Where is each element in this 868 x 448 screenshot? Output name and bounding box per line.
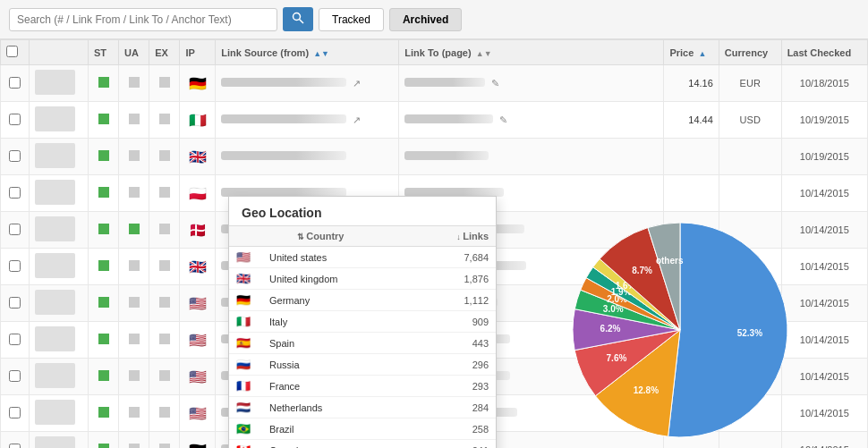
th-ex[interactable]: EX: [149, 40, 180, 65]
geo-row: 🇳🇱 Netherlands 284: [229, 397, 496, 418]
flag-icon: 🇵🇱: [189, 186, 207, 201]
row-ip-cell: 🇺🇸: [180, 359, 216, 395]
pie-chart-container: 52.3%12.8%7.6%6.2%3.0%2.0%1.9%1.6%8.7%ot…: [555, 205, 823, 448]
flag-icon: 🇺🇸: [189, 406, 207, 421]
geo-row: 🇧🇷 Brazil 258: [229, 418, 496, 440]
row-st-cell: [88, 212, 118, 249]
flag-icon: 🇺🇸: [189, 296, 207, 311]
row-checkbox[interactable]: [9, 334, 21, 345]
row-checkbox-cell: [1, 285, 30, 322]
row-checkbox[interactable]: [9, 150, 21, 162]
row-ua-cell: [119, 102, 149, 139]
row-checkbox[interactable]: [9, 77, 21, 89]
th-ip[interactable]: IP: [180, 40, 216, 65]
row-img-cell: [29, 175, 88, 212]
row-checkbox[interactable]: [9, 370, 21, 382]
row-last-checked-cell: 10/19/2015: [781, 139, 867, 175]
price-value: 14.16: [688, 78, 713, 89]
row-ex-cell: [149, 432, 180, 449]
row-to-cell: ✎: [399, 65, 664, 102]
date-value: 10/14/2015: [800, 188, 849, 199]
row-price-cell: 14.44: [664, 102, 719, 139]
geo-flag-icon: 🇫🇷: [236, 379, 251, 393]
geo-flag-icon: 🇪🇸: [236, 336, 251, 350]
row-ua-cell: [119, 285, 149, 322]
th-link-source[interactable]: Link Source (from) ▲▼: [216, 40, 399, 65]
svg-line-1: [300, 20, 304, 24]
geo-country-cell: Canada: [262, 440, 412, 449]
geo-country-cell: Brazil: [262, 418, 412, 440]
row-st-cell: [88, 102, 118, 139]
row-checkbox[interactable]: [9, 260, 21, 272]
external-link-icon[interactable]: ↗: [353, 114, 361, 125]
geo-country-cell: United states: [262, 247, 412, 268]
row-img-cell: [29, 102, 88, 139]
th-st[interactable]: ST: [88, 40, 118, 65]
content-area: ST UA EX IP Link Source (from) ▲▼ Link T…: [0, 39, 868, 448]
th-price[interactable]: Price ▲: [664, 40, 719, 65]
sort-source-icon: ▲▼: [313, 49, 329, 58]
row-ua-cell: [119, 65, 149, 102]
row-checkbox-cell: [1, 102, 30, 139]
row-ex-cell: [149, 359, 180, 395]
row-ex-cell: [149, 65, 180, 102]
row-checkbox-cell: [1, 359, 30, 395]
row-checkbox[interactable]: [9, 407, 21, 418]
ua-indicator: [129, 334, 140, 344]
currency-value: EUR: [740, 78, 761, 89]
ua-indicator: [129, 370, 140, 381]
row-checkbox[interactable]: [9, 224, 21, 235]
row-checkbox[interactable]: [9, 187, 21, 199]
row-ex-cell: [149, 102, 180, 139]
table-row: 🇬🇧 10/19/2015: [1, 139, 868, 175]
row-img-cell: [29, 432, 88, 449]
geo-country-cell: France: [262, 376, 412, 397]
geo-flag-cell: 🇺🇸: [229, 247, 262, 268]
row-checkbox[interactable]: [9, 297, 21, 309]
th-img: [29, 40, 88, 65]
row-checkbox-cell: [1, 212, 30, 249]
row-st-cell: [88, 175, 118, 212]
external-link-icon[interactable]: ↗: [353, 78, 361, 89]
geo-row: 🇷🇺 Russia 296: [229, 354, 496, 376]
search-input[interactable]: [9, 8, 277, 31]
ex-indicator: [159, 114, 170, 124]
ex-indicator: [159, 370, 170, 381]
to-text: [404, 114, 493, 123]
geo-flag-cell: 🇬🇧: [229, 268, 262, 290]
row-to-cell: [399, 139, 664, 175]
geo-flag-icon: 🇧🇷: [236, 422, 251, 435]
th-link-to[interactable]: Link To (page) ▲▼: [399, 40, 664, 65]
to-text: [404, 78, 485, 87]
geo-links-cell: 1,112: [412, 290, 496, 311]
ex-indicator: [159, 77, 170, 88]
row-ip-cell: 🇩🇪: [180, 65, 216, 102]
row-img-cell: [29, 65, 88, 102]
search-button[interactable]: [283, 7, 313, 31]
st-indicator: [98, 187, 109, 198]
geo-row: 🇨🇦 Canada 241: [229, 440, 496, 449]
ua-indicator: [129, 150, 140, 161]
row-last-checked-cell: 10/19/2015: [781, 102, 867, 139]
th-currency: Currency: [719, 40, 781, 65]
row-img-cell: [29, 322, 88, 359]
select-all-checkbox[interactable]: [6, 46, 18, 57]
geo-row: 🇩🇪 Germany 1,112: [229, 290, 496, 311]
ua-indicator: [129, 260, 140, 271]
edit-link-icon[interactable]: ✎: [491, 78, 499, 89]
row-img-cell: [29, 249, 88, 285]
row-checkbox[interactable]: [9, 444, 21, 449]
row-ip-cell: 🇬🇧: [180, 249, 216, 285]
flag-icon: 🇬🇧: [189, 259, 207, 275]
archived-tab[interactable]: Archived: [389, 8, 462, 31]
tracked-tab[interactable]: Tracked: [319, 8, 384, 31]
th-ua[interactable]: UA: [119, 40, 149, 65]
geo-flag-icon: 🇬🇧: [236, 272, 251, 285]
row-checkbox[interactable]: [9, 114, 21, 125]
date-value: 10/19/2015: [800, 151, 849, 162]
edit-link-icon[interactable]: ✎: [499, 114, 507, 125]
geo-links-cell: 1,876: [412, 268, 496, 290]
geo-flag-icon: 🇮🇹: [236, 315, 251, 328]
source-text: [221, 114, 346, 123]
date-value: 10/18/2015: [800, 78, 849, 89]
